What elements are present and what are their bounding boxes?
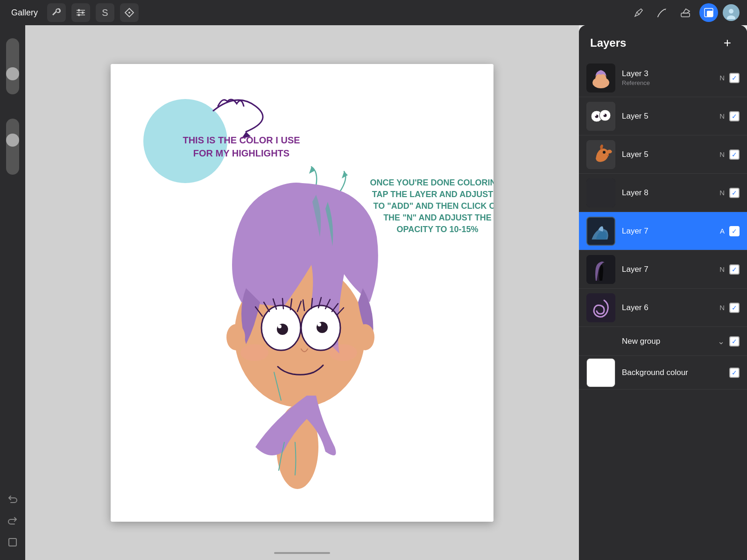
layers-tool-button[interactable] [699, 3, 718, 22]
layer-thumb-content [586, 140, 615, 169]
layer-info: Layer 3 Reference [622, 69, 719, 86]
layer-visibility-checkbox[interactable]: ✓ [729, 73, 740, 83]
layer-info: Background colour [622, 368, 729, 377]
brush-size-slider[interactable] [6, 38, 19, 94]
layer-row[interactable]: Layer 8 N ✓ [579, 174, 747, 212]
transform-icon-button[interactable] [120, 3, 139, 22]
layer-row[interactable]: Layer 6 N ✓ [579, 289, 747, 327]
svg-point-34 [278, 325, 282, 328]
svg-point-48 [595, 114, 597, 116]
layer-thumb-content [586, 255, 615, 284]
left-sidebar [0, 25, 25, 560]
gallery-button[interactable]: Gallery [7, 6, 42, 20]
svg-rect-12 [707, 11, 713, 17]
layer-thumb-content [589, 66, 613, 90]
layer-thumbnail [586, 255, 615, 284]
redo-button[interactable] [4, 512, 21, 529]
svg-point-39 [329, 344, 357, 361]
wrench-icon [51, 7, 62, 18]
canvas-inner: THIS IS THE COLOR I USE FOR MY HIGHLIGHT… [25, 25, 579, 560]
svg-text:OPACITY TO 10-15%: OPACITY TO 10-15% [396, 225, 478, 234]
layer-mode: N [719, 304, 725, 312]
layer-row[interactable]: Layer 5 N ✓ [579, 97, 747, 135]
adjustments-icon [76, 7, 86, 18]
user-avatar [723, 4, 740, 21]
layer-visibility-checkbox[interactable]: ✓ [729, 264, 740, 275]
layer-mode: N [719, 74, 725, 82]
layer-name: Layer 8 [622, 188, 719, 198]
svg-point-49 [604, 113, 605, 115]
topbar-right [629, 3, 740, 22]
layers-icon [703, 7, 715, 19]
layer-row[interactable]: Layer 5 N ✓ [579, 135, 747, 174]
layer-visibility-checkbox[interactable]: ✓ [729, 149, 740, 160]
layers-add-button[interactable]: + [719, 35, 736, 51]
layer-thumbnail [586, 178, 615, 207]
modify-icon [7, 537, 18, 548]
layer-visibility-checkbox[interactable]: ✓ [729, 336, 740, 347]
layer-name: Layer 5 [622, 112, 719, 121]
layer-row-active[interactable]: Layer 7 A ✓ [579, 212, 747, 250]
pen-tool-button[interactable] [629, 3, 648, 22]
scroll-indicator [274, 552, 330, 554]
layer-info: Layer 5 [622, 112, 719, 121]
layer-name: Layer 5 [622, 150, 719, 159]
svg-text:THE "N" AND ADJUST THE: THE "N" AND ADJUST THE [383, 213, 492, 222]
layer-visibility-checkbox[interactable]: ✓ [729, 188, 740, 198]
svg-point-36 [226, 324, 245, 350]
svg-point-14 [729, 9, 733, 14]
selection-icon-button[interactable]: S [96, 3, 114, 22]
layer-thumb-content [586, 178, 615, 207]
smudge-tool-button[interactable] [653, 3, 671, 22]
bottom-bar [25, 546, 579, 560]
svg-rect-16 [9, 539, 16, 546]
svg-rect-10 [681, 13, 690, 17]
svg-point-35 [317, 323, 321, 326]
layer-mode: N [719, 112, 725, 120]
svg-point-51 [603, 151, 606, 154]
background-colour-row[interactable]: Background colour ✓ [579, 356, 747, 390]
layer-row[interactable]: Layer 3 Reference N ✓ [579, 59, 747, 97]
layer-name: Layer 3 [622, 69, 719, 78]
svg-text:FOR MY HIGHLIGHTS: FOR MY HIGHLIGHTS [193, 148, 289, 158]
layer-row[interactable]: Layer 7 N ✓ [579, 250, 747, 289]
background-colour-label: Background colour [622, 368, 729, 377]
layer-visibility-checkbox[interactable]: ✓ [729, 303, 740, 313]
transform-icon [124, 7, 134, 18]
svg-rect-52 [586, 178, 615, 207]
layer-visibility-checkbox[interactable]: ✓ [729, 111, 740, 121]
layer-mode: A [720, 227, 725, 235]
modify-button[interactable] [4, 534, 21, 551]
svg-text:THIS IS THE COLOR I USE: THIS IS THE COLOR I USE [183, 135, 300, 145]
layer-thumb-content [587, 217, 614, 246]
layer-info: Layer 7 [622, 227, 720, 236]
wrench-icon-button[interactable] [47, 3, 66, 22]
layer-visibility-checkbox[interactable]: ✓ [729, 368, 740, 378]
layer-thumb-content [586, 102, 615, 131]
pen-icon [633, 7, 645, 19]
layer-mode: N [719, 189, 725, 197]
eraser-tool-button[interactable] [676, 3, 695, 22]
new-group-row[interactable]: New group ⌄ ✓ [579, 327, 747, 356]
opacity-slider[interactable] [6, 119, 19, 175]
background-colour-thumbnail [586, 358, 615, 387]
avatar-icon [725, 6, 738, 19]
svg-point-0 [78, 9, 80, 12]
svg-point-2 [78, 14, 80, 16]
layer-thumbnail [586, 293, 615, 322]
layer-info: Layer 7 [622, 265, 719, 274]
layer-visibility-checkbox[interactable]: ✓ [729, 226, 740, 236]
layer-thumbnail [586, 64, 615, 92]
layer-thumbnail [586, 140, 615, 169]
svg-rect-55 [586, 293, 615, 322]
selection-icon: S [102, 7, 108, 18]
adjustments-icon-button[interactable] [71, 3, 90, 22]
topbar: Gallery S [0, 0, 747, 25]
layers-header: Layers + [579, 25, 747, 59]
svg-point-1 [82, 12, 84, 14]
layers-title: Layers [590, 36, 626, 50]
chevron-down-icon: ⌄ [718, 336, 725, 347]
undo-button[interactable] [4, 491, 21, 508]
smudge-icon [656, 7, 668, 19]
layer-thumbnail [586, 102, 615, 131]
